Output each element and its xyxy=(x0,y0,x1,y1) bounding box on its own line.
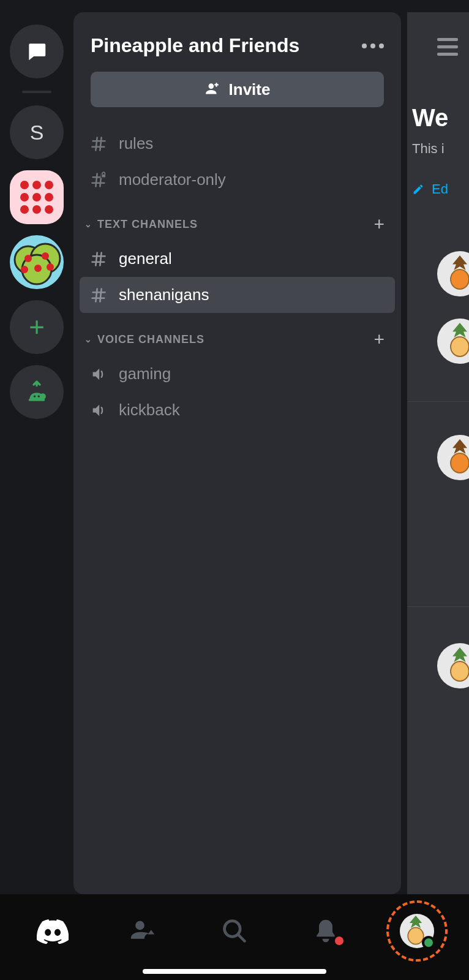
notification-badge xyxy=(333,935,345,947)
speaker-icon xyxy=(89,402,108,419)
invite-button[interactable]: Invite xyxy=(91,72,384,107)
chat-bubble-icon xyxy=(25,40,48,63)
server-menu-button[interactable] xyxy=(362,43,384,48)
svg-point-4 xyxy=(42,252,49,260)
nav-profile[interactable] xyxy=(392,907,441,956)
add-channel-button[interactable]: + xyxy=(373,329,385,350)
hash-icon xyxy=(89,287,108,304)
category-label: TEXT CHANNELS xyxy=(97,218,198,231)
server-item-cherries[interactable] xyxy=(10,170,64,224)
message-divider xyxy=(407,401,469,402)
server-item-s[interactable]: S xyxy=(10,105,64,159)
server-rail: S + xyxy=(0,12,73,894)
channel-name: rules xyxy=(119,134,153,153)
edit-label: Ed xyxy=(432,181,448,197)
category-label: VOICE CHANNELS xyxy=(97,333,204,346)
status-online-indicator xyxy=(422,936,435,949)
edit-channel-link[interactable]: Ed xyxy=(412,181,448,197)
discover-icon xyxy=(24,379,49,405)
speaker-icon xyxy=(89,366,108,383)
channel-name: gaming xyxy=(119,364,171,383)
nav-notifications[interactable] xyxy=(301,907,350,956)
chevron-down-icon: ⌄ xyxy=(84,334,92,344)
nav-home[interactable] xyxy=(28,907,77,956)
add-server-button[interactable]: + xyxy=(10,300,64,354)
svg-point-6 xyxy=(47,263,54,271)
friends-icon xyxy=(130,918,157,944)
svg-line-11 xyxy=(238,935,244,941)
voice-channel-gaming[interactable]: gaming xyxy=(73,356,401,392)
category-text-channels[interactable]: ⌄ TEXT CHANNELS + xyxy=(73,198,401,241)
channel-name: shenanigans xyxy=(119,285,209,304)
hash-icon xyxy=(89,251,108,268)
nav-search[interactable] xyxy=(210,907,259,956)
message-avatar[interactable] xyxy=(437,643,469,688)
avatar xyxy=(400,914,434,948)
chat-peek-panel[interactable]: We This i Ed xyxy=(407,12,469,894)
category-voice-channels[interactable]: ⌄ VOICE CHANNELS + xyxy=(73,313,401,356)
message-divider xyxy=(407,606,469,607)
server-header[interactable]: Pineapple and Friends xyxy=(73,23,401,72)
svg-point-3 xyxy=(24,255,32,262)
server-rail-divider xyxy=(22,91,51,93)
channel-general[interactable]: general xyxy=(73,241,401,277)
channel-rules[interactable]: rules xyxy=(73,126,401,162)
plus-icon: + xyxy=(29,312,45,342)
server-item-pineapple-and-friends[interactable] xyxy=(10,235,64,289)
discover-servers-button[interactable] xyxy=(10,365,64,419)
bottom-nav xyxy=(0,894,469,980)
discord-logo-icon xyxy=(36,918,69,944)
channel-name: moderator-only xyxy=(119,170,226,189)
channel-list-panel: Pineapple and Friends Invite rules xyxy=(73,12,401,894)
nav-friends[interactable] xyxy=(119,907,168,956)
invite-label: Invite xyxy=(229,80,271,99)
server-title: Pineapple and Friends xyxy=(91,34,299,57)
svg-rect-9 xyxy=(102,174,105,177)
home-indicator xyxy=(143,969,326,974)
welcome-heading: We xyxy=(412,104,448,132)
direct-messages-button[interactable] xyxy=(10,24,64,78)
welcome-subtitle: This i xyxy=(412,141,445,157)
channel-shenanigans[interactable]: shenanigans xyxy=(80,277,395,313)
channel-name: kickback xyxy=(119,401,180,420)
pencil-icon xyxy=(412,183,424,195)
message-avatar[interactable] xyxy=(437,318,469,364)
message-avatar[interactable] xyxy=(437,435,469,480)
invite-person-icon xyxy=(204,81,220,97)
chevron-down-icon: ⌄ xyxy=(84,219,92,229)
hash-icon xyxy=(89,135,108,153)
channel-name: general xyxy=(119,249,172,268)
svg-point-7 xyxy=(21,266,28,273)
menu-button[interactable] xyxy=(437,38,458,56)
hash-lock-icon xyxy=(89,172,108,189)
message-avatar[interactable] xyxy=(437,251,469,296)
voice-channel-kickback[interactable]: kickback xyxy=(73,392,401,428)
server-initial: S xyxy=(30,121,44,145)
search-icon xyxy=(221,918,248,944)
channel-moderator-only[interactable]: moderator-only xyxy=(73,162,401,198)
add-channel-button[interactable]: + xyxy=(373,214,385,235)
svg-point-5 xyxy=(34,265,42,272)
tree-icon xyxy=(10,235,64,289)
